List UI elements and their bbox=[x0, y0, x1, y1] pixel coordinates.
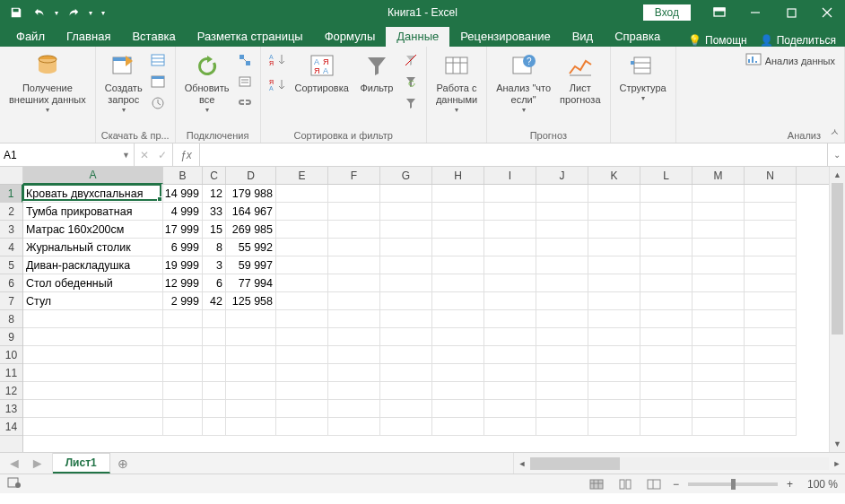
ribbon-display-options[interactable] bbox=[701, 0, 737, 25]
reapply-button[interactable] bbox=[401, 72, 421, 91]
cell-G14[interactable] bbox=[380, 418, 432, 436]
macro-record-icon[interactable] bbox=[7, 476, 22, 491]
cell-C3[interactable]: 15 bbox=[203, 221, 226, 239]
row-header-13[interactable]: 13 bbox=[0, 400, 22, 418]
tell-me[interactable]: 💡Помощн bbox=[688, 34, 747, 47]
cell-F10[interactable] bbox=[328, 346, 380, 364]
name-box-input[interactable] bbox=[4, 149, 130, 161]
cell-B11[interactable] bbox=[163, 364, 203, 382]
cell-I11[interactable] bbox=[484, 364, 536, 382]
tab-справка[interactable]: Справка bbox=[604, 27, 671, 47]
cell-I7[interactable] bbox=[484, 292, 536, 310]
cell-D7[interactable]: 125 958 bbox=[226, 292, 276, 310]
cell-B7[interactable]: 2 999 bbox=[163, 292, 203, 310]
col-header-E[interactable]: E bbox=[276, 167, 328, 184]
cell-G7[interactable] bbox=[380, 292, 432, 310]
cell-M11[interactable] bbox=[693, 364, 745, 382]
row-header-2[interactable]: 2 bbox=[0, 203, 22, 221]
cell-I9[interactable] bbox=[484, 328, 536, 346]
cell-M9[interactable] bbox=[693, 328, 745, 346]
cell-F6[interactable] bbox=[328, 274, 380, 292]
cell-I3[interactable] bbox=[484, 221, 536, 239]
cell-N11[interactable] bbox=[745, 364, 797, 382]
cell-E3[interactable] bbox=[276, 221, 328, 239]
col-header-C[interactable]: C bbox=[203, 167, 226, 184]
row-header-7[interactable]: 7 bbox=[0, 292, 22, 310]
formula-input[interactable] bbox=[200, 143, 827, 166]
cell-M5[interactable] bbox=[693, 256, 745, 274]
cell-J5[interactable] bbox=[536, 256, 588, 274]
tab-рецензирование[interactable]: Рецензирование bbox=[449, 27, 561, 47]
cell-M6[interactable] bbox=[693, 274, 745, 292]
cell-B12[interactable] bbox=[163, 382, 203, 400]
cell-N9[interactable] bbox=[745, 328, 797, 346]
cell-N13[interactable] bbox=[745, 400, 797, 418]
cell-A11[interactable] bbox=[23, 364, 163, 382]
cell-L8[interactable] bbox=[640, 310, 693, 328]
cell-I13[interactable] bbox=[484, 400, 536, 418]
enter-formula-button[interactable]: ✓ bbox=[158, 149, 167, 161]
cell-L6[interactable] bbox=[640, 274, 693, 292]
col-header-I[interactable]: I bbox=[484, 167, 536, 184]
cell-G10[interactable] bbox=[380, 346, 432, 364]
redo-dropdown[interactable]: ▾ bbox=[86, 2, 95, 23]
cell-I8[interactable] bbox=[484, 310, 536, 328]
expand-formula-bar[interactable]: ⌄ bbox=[827, 143, 845, 166]
cell-N14[interactable] bbox=[745, 418, 797, 436]
cell-J10[interactable] bbox=[536, 346, 588, 364]
cell-E14[interactable] bbox=[276, 418, 328, 436]
cell-N1[interactable] bbox=[745, 185, 797, 203]
cell-I5[interactable] bbox=[484, 256, 536, 274]
row-header-8[interactable]: 8 bbox=[0, 310, 22, 328]
cell-H1[interactable] bbox=[432, 185, 484, 203]
cell-E10[interactable] bbox=[276, 346, 328, 364]
scroll-right-button[interactable]: ► bbox=[829, 459, 845, 468]
cell-M14[interactable] bbox=[693, 418, 745, 436]
cell-F14[interactable] bbox=[328, 418, 380, 436]
cell-M12[interactable] bbox=[693, 382, 745, 400]
cell-L11[interactable] bbox=[640, 364, 693, 382]
vertical-scroll-thumb[interactable] bbox=[832, 183, 843, 335]
cell-A4[interactable]: Журнальный столик bbox=[23, 239, 163, 256]
cell-H10[interactable] bbox=[432, 346, 484, 364]
cell-L4[interactable] bbox=[640, 239, 693, 256]
cell-F7[interactable] bbox=[328, 292, 380, 310]
zoom-out-button[interactable]: − bbox=[673, 478, 679, 491]
cell-C4[interactable]: 8 bbox=[203, 239, 226, 256]
close-button[interactable] bbox=[809, 0, 845, 25]
cell-A13[interactable] bbox=[23, 400, 163, 418]
cell-M3[interactable] bbox=[693, 221, 745, 239]
redo-button[interactable] bbox=[63, 2, 84, 23]
cell-C8[interactable] bbox=[203, 310, 226, 328]
cell-D12[interactable] bbox=[226, 382, 276, 400]
cell-B10[interactable] bbox=[163, 346, 203, 364]
cell-I12[interactable] bbox=[484, 382, 536, 400]
cell-E7[interactable] bbox=[276, 292, 328, 310]
maximize-button[interactable] bbox=[773, 0, 809, 25]
cell-C14[interactable] bbox=[203, 418, 226, 436]
spreadsheet-grid[interactable]: ABCDEFGHIJKLMN 1234567891011121314 Крова… bbox=[0, 167, 845, 452]
cell-A9[interactable] bbox=[23, 328, 163, 346]
cell-H6[interactable] bbox=[432, 274, 484, 292]
cell-L12[interactable] bbox=[640, 382, 693, 400]
cell-E5[interactable] bbox=[276, 256, 328, 274]
cells-area[interactable]: Кровать двухспальная14 99912179 988Тумба… bbox=[23, 185, 829, 452]
cell-G4[interactable] bbox=[380, 239, 432, 256]
cell-G1[interactable] bbox=[380, 185, 432, 203]
cell-A7[interactable]: Стул bbox=[23, 292, 163, 310]
sort-desc-button[interactable]: ЯА bbox=[266, 75, 290, 95]
cell-L7[interactable] bbox=[640, 292, 693, 310]
row-header-4[interactable]: 4 bbox=[0, 239, 22, 256]
cell-H9[interactable] bbox=[432, 328, 484, 346]
cell-K2[interactable] bbox=[588, 203, 640, 221]
cell-D10[interactable] bbox=[226, 346, 276, 364]
cell-K4[interactable] bbox=[588, 239, 640, 256]
sheet-tab-active[interactable]: Лист1 bbox=[53, 453, 110, 474]
cell-J1[interactable] bbox=[536, 185, 588, 203]
cell-F1[interactable] bbox=[328, 185, 380, 203]
share-button[interactable]: 👤Поделиться bbox=[760, 34, 836, 47]
cell-H7[interactable] bbox=[432, 292, 484, 310]
cell-C13[interactable] bbox=[203, 400, 226, 418]
cell-J2[interactable] bbox=[536, 203, 588, 221]
tab-разметка страницы[interactable]: Разметка страницы bbox=[187, 27, 314, 47]
